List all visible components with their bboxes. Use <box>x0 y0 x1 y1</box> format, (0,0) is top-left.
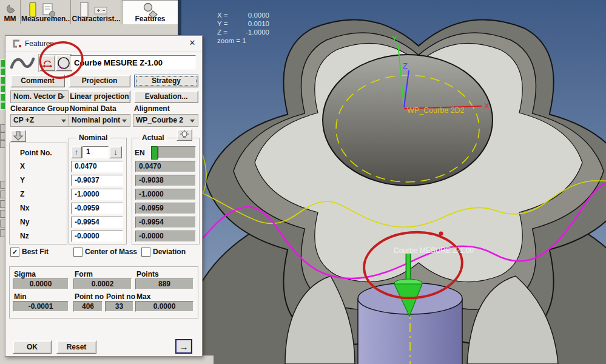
point-up-button[interactable]: ↑ <box>71 146 82 158</box>
actual-header: Actual <box>140 133 167 142</box>
clearance-group-dropdown[interactable]: CP +Z <box>10 114 70 127</box>
min-label: Min <box>14 292 27 301</box>
readout-y: Y =0.0010 <box>217 19 269 28</box>
form-label: Form <box>75 270 93 278</box>
projection-button[interactable]: Projection <box>69 75 130 87</box>
readout-zoom: zoom = 1 <box>217 36 269 45</box>
readout-z: Z =-1.0000 <box>217 28 269 36</box>
min-value: -0.0001 <box>13 301 69 312</box>
nominal-header: Nominal <box>76 133 110 142</box>
point-labels-box <box>9 143 67 244</box>
row-label: Nz <box>20 232 29 240</box>
checkbox-icon[interactable] <box>73 248 82 257</box>
transfer-down-button[interactable] <box>10 130 26 142</box>
tab-features[interactable]: Features <box>122 0 178 24</box>
checkbox-icon[interactable]: ✓ <box>10 248 19 257</box>
strategy-button[interactable]: Strategy <box>134 75 198 87</box>
sigma-value: 0.0000 <box>13 278 69 289</box>
calypso-window: Y Z X WP_Courbe 2D2 Courbe MESURE Z-1.00… <box>0 0 606 364</box>
linear-projection-button[interactable]: Linear projection <box>69 90 130 103</box>
3d-viewport[interactable]: Y Z X WP_Courbe 2D2 Courbe MESURE Z-1.00 <box>180 0 606 364</box>
max-value: 0.0000 <box>135 301 194 312</box>
curve-feature-icon <box>9 55 36 71</box>
point-no-input[interactable]: 1 <box>82 146 109 158</box>
row-label: Z <box>20 190 24 198</box>
center-of-mass-checkbox[interactable]: Center of Mass <box>73 248 140 256</box>
recall-feature-button[interactable] <box>39 55 55 71</box>
nominal-nx-input[interactable]: -0.0959 <box>71 203 123 214</box>
tab-characteristics[interactable]: Characterist... <box>72 0 121 24</box>
chevron-down-icon <box>61 120 66 123</box>
chevron-down-icon <box>190 120 195 123</box>
nominal-data-label: Nominal Data <box>70 104 116 113</box>
nominal-vector-dropdown[interactable]: Nom. Vector D <box>10 90 69 103</box>
points-label: Points <box>136 270 159 278</box>
pointno2-label: Point no <box>106 292 135 301</box>
axis-x-label: X <box>484 101 490 110</box>
clearance-group-label: Clearance Group <box>10 104 69 113</box>
chevron-down-icon <box>60 96 65 99</box>
down-arrow-icon <box>11 130 25 141</box>
measured-curve-label: Courbe MESURE Z-1.00 <box>394 246 474 255</box>
window-background-strip <box>0 356 214 364</box>
form-value: 0.0002 <box>73 278 132 289</box>
sigma-label: Sigma <box>14 270 36 278</box>
alignment-label: Alignment <box>134 104 170 113</box>
readout-x: X =0.0000 <box>217 11 269 19</box>
main-toolbar: MM Measuremen... Characterist... <box>0 0 180 34</box>
part-bore <box>323 55 493 186</box>
checkbox-icon[interactable] <box>141 248 150 257</box>
actual-ny-field: -0.9954 <box>135 217 196 228</box>
deviation-checkbox[interactable]: Deviation <box>141 248 198 256</box>
ok-button[interactable]: OK <box>13 340 52 354</box>
actual-z-field: -1.0000 <box>135 189 196 200</box>
pointno2-value: 33 <box>105 301 133 312</box>
points-value: 889 <box>135 278 194 289</box>
axis-y-label: Y <box>392 34 397 43</box>
point-no-label: Point No. <box>20 149 52 157</box>
pointno1-value: 406 <box>73 301 103 312</box>
coordinate-readout: X =0.0000 Y =0.0010 Z =-1.0000 zoom = 1 <box>217 11 269 45</box>
point-down-button[interactable]: ↓ <box>109 146 122 158</box>
wrench-icon <box>5 2 17 15</box>
wp-alignment-label: WP_Courbe 2D2 <box>407 106 465 115</box>
nominal-z-input[interactable]: -1.0000 <box>71 189 123 200</box>
next-button[interactable]: → <box>175 339 192 354</box>
nominal-ny-input[interactable]: -0.9954 <box>71 217 123 228</box>
reset-button[interactable]: Reset <box>56 340 96 354</box>
row-label: Y <box>20 176 25 184</box>
nominal-data-dropdown[interactable]: Nominal point <box>69 114 130 127</box>
dialog-title: Features <box>25 39 53 48</box>
en-field <box>158 146 196 158</box>
actual-nx-field: -0.0959 <box>135 203 196 214</box>
circle-icon <box>56 56 71 70</box>
pointno1-label: Point no <box>75 292 104 301</box>
chevron-down-icon <box>122 120 127 123</box>
nominal-x-input[interactable]: 0.0470 <box>71 161 123 172</box>
dialog-titlebar[interactable]: Features ✕ <box>5 36 202 52</box>
close-icon[interactable]: ✕ <box>187 38 197 48</box>
comment-button[interactable]: Comment <box>10 75 65 87</box>
max-label: Max <box>136 292 150 301</box>
en-status-bar <box>151 146 158 160</box>
tab-measurement[interactable]: Measuremen... <box>21 0 71 24</box>
best-fit-checkbox[interactable]: ✓ Best Fit <box>10 248 71 256</box>
actual-y-field: -0.9038 <box>135 175 196 186</box>
row-label: Nx <box>20 204 29 212</box>
evaluation-button[interactable]: Evaluation... <box>134 90 198 103</box>
feature-name-input[interactable] <box>70 55 196 70</box>
viewport-edge <box>178 0 181 35</box>
actual-x-field: 0.0470 <box>135 161 196 172</box>
en-label: EN <box>135 149 145 157</box>
actual-nz-field: -0.0000 <box>135 231 196 242</box>
row-label: Ny <box>20 218 29 226</box>
tab-cmm[interactable]: MM <box>0 0 21 24</box>
3d-part-canvas: Y Z X WP_Courbe 2D2 Courbe MESURE Z-1.00 <box>180 0 606 364</box>
alignment-dropdown[interactable]: WP_Courbe 2 <box>133 114 198 127</box>
axis-z-label: Z <box>403 61 408 70</box>
calypso-icon <box>12 39 22 48</box>
nominal-nz-input[interactable]: -0.0000 <box>71 231 123 242</box>
feature-icon-group <box>38 54 72 72</box>
features-dialog: Features ✕ Comment <box>5 35 203 357</box>
nominal-y-input[interactable]: -0.9037 <box>71 175 123 186</box>
